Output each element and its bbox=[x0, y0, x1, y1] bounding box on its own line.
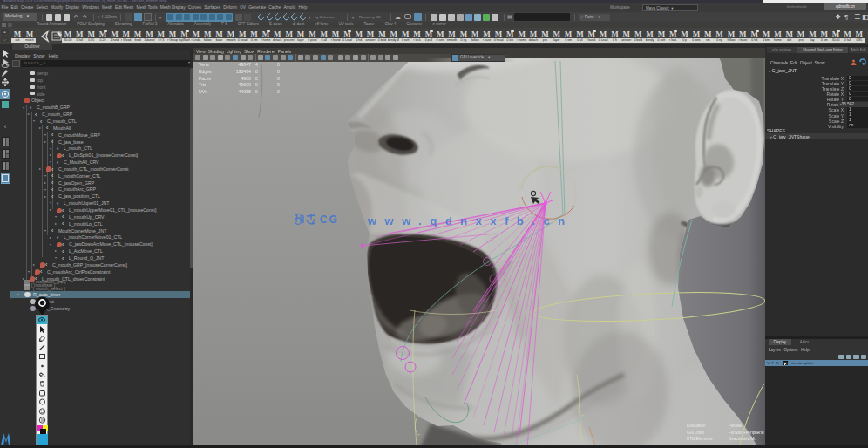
svg-text:CG: CG bbox=[320, 214, 339, 226]
